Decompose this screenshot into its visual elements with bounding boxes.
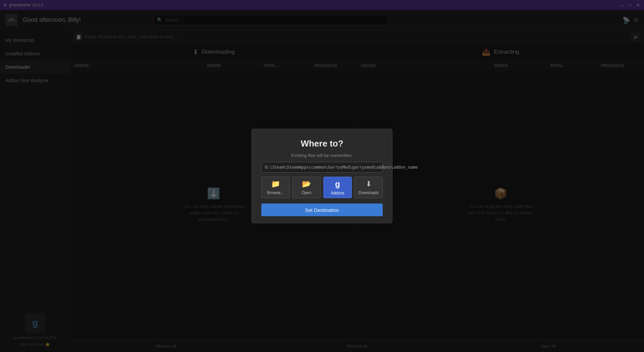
modal-buttons: 📁 Browse... 📂 Open g Addons ⬇ Downloads xyxy=(261,177,383,198)
downloads-label: Downloads xyxy=(359,190,378,195)
addons-label: Addons xyxy=(331,191,344,195)
modal-path: D:\Steam\SteamApps\common\GarrysMod\garr… xyxy=(261,162,383,173)
addons-g-icon: g xyxy=(335,179,340,189)
addons-button[interactable]: g Addons xyxy=(323,177,352,198)
set-destination-button[interactable]: Set Destination xyxy=(261,203,383,216)
modal-title: Where to? xyxy=(301,138,343,149)
downloads-icon: ⬇ xyxy=(366,180,372,188)
browse-label: Browse... xyxy=(267,190,284,195)
modal-overlay: Where to? Existing files will be overwri… xyxy=(0,0,644,352)
modal-subtitle: Existing files will be overwritten. xyxy=(291,153,353,158)
downloads-button[interactable]: ⬇ Downloads xyxy=(355,177,383,198)
open-button[interactable]: 📂 Open xyxy=(292,177,321,198)
browse-button[interactable]: 📁 Browse... xyxy=(261,177,290,198)
modal-dialog: Where to? Existing files will be overwri… xyxy=(252,129,392,223)
browse-icon: 📁 xyxy=(271,180,280,188)
open-label: Open xyxy=(302,190,311,195)
open-icon: 📂 xyxy=(302,180,311,188)
